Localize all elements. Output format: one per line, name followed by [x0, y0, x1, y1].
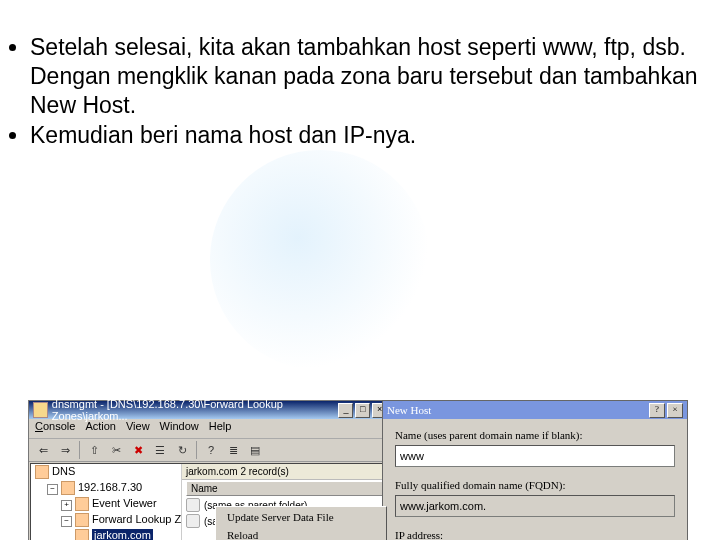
- new-host-dialog: New Host ? × Name (uses parent domain na…: [382, 400, 688, 540]
- background-decoration: [210, 150, 430, 370]
- tree-server[interactable]: 192.168.7.30: [78, 481, 142, 493]
- mmc-app-icon: [33, 402, 48, 418]
- minimize-icon[interactable]: _: [338, 403, 353, 418]
- tree-root[interactable]: DNS: [52, 465, 75, 477]
- name-label: Name (uses parent domain name if blank):: [395, 429, 675, 441]
- slide-bullets: Setelah selesai, kita akan tambahkan hos…: [0, 23, 720, 157]
- zone-icon: [75, 529, 89, 540]
- detail-icon[interactable]: ▤: [245, 440, 265, 460]
- bullet-1: Setelah selesai, kita akan tambahkan hos…: [30, 33, 700, 119]
- forward-icon[interactable]: ⇒: [55, 440, 75, 460]
- delete-icon[interactable]: ✖: [128, 440, 148, 460]
- refresh-icon[interactable]: ↻: [172, 440, 192, 460]
- record-icon: [186, 498, 200, 512]
- back-icon[interactable]: ⇐: [33, 440, 53, 460]
- maximize-icon[interactable]: □: [355, 403, 370, 418]
- col-name[interactable]: Name: [186, 481, 385, 496]
- cut-icon[interactable]: ✂: [106, 440, 126, 460]
- folder-icon: [75, 513, 89, 527]
- tree-event[interactable]: Event Viewer: [92, 497, 157, 509]
- dialog-close-icon[interactable]: ×: [667, 403, 683, 418]
- properties-icon[interactable]: ☰: [150, 440, 170, 460]
- expand-icon[interactable]: +: [61, 500, 72, 511]
- menu-view[interactable]: View: [126, 420, 150, 437]
- menu-console[interactable]: Console: [35, 420, 75, 437]
- dialog-titlebar[interactable]: New Host ? ×: [383, 401, 687, 419]
- server-icon: [61, 481, 75, 495]
- record-icon: [186, 514, 200, 528]
- mmc-titlebar[interactable]: dnsmgmt - [DNS\192.168.7.30\Forward Look…: [29, 401, 391, 419]
- fqdn-output: [395, 495, 675, 517]
- tree-fwd[interactable]: Forward Lookup Zones: [92, 513, 182, 525]
- fqdn-label: Fully qualified domain name (FQDN):: [395, 479, 675, 491]
- ctx-reload[interactable]: Reload: [217, 526, 385, 540]
- bullet-2: Kemudian beri nama host dan IP-nya.: [30, 121, 700, 150]
- dns-root-icon: [35, 465, 49, 479]
- menu-window[interactable]: Window: [160, 420, 199, 437]
- collapse-icon[interactable]: −: [61, 516, 72, 527]
- mmc-title: dnsmgmt - [DNS\192.168.7.30\Forward Look…: [52, 398, 337, 422]
- menu-action[interactable]: Action: [85, 420, 116, 437]
- help-icon[interactable]: ?: [201, 440, 221, 460]
- records-header: jarkom.com 2 record(s): [182, 464, 389, 480]
- mmc-toolbar: ⇐ ⇒ ⇧ ✂ ✖ ☰ ↻ ? ≣ ▤: [29, 439, 391, 462]
- list-icon[interactable]: ≣: [223, 440, 243, 460]
- dialog-help-icon[interactable]: ?: [649, 403, 665, 418]
- collapse-icon[interactable]: −: [47, 484, 58, 495]
- ctx-update[interactable]: Update Server Data File: [217, 508, 385, 526]
- mmc-menubar: Console Action View Window Help: [29, 419, 391, 439]
- tree-pane[interactable]: DNS −192.168.7.30 +Event Viewer −Forward…: [31, 464, 182, 540]
- up-icon[interactable]: ⇧: [84, 440, 104, 460]
- menu-help[interactable]: Help: [209, 420, 232, 437]
- dialog-title: New Host: [387, 404, 431, 416]
- event-icon: [75, 497, 89, 511]
- tree-zone-selected[interactable]: jarkom.com: [92, 529, 153, 540]
- ip-label: IP address:: [395, 529, 675, 540]
- context-menu: Update Server Data File Reload New Host …: [215, 506, 387, 540]
- host-name-input[interactable]: [395, 445, 675, 467]
